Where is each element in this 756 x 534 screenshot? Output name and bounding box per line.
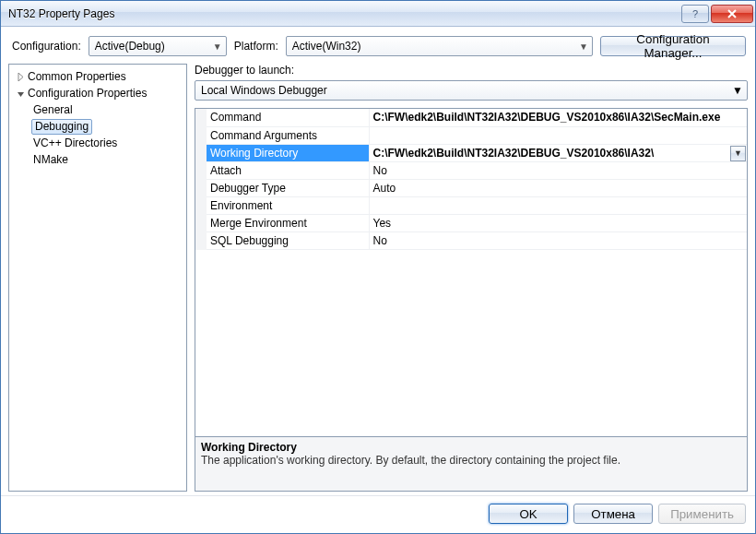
configuration-manager-button[interactable]: Configuration Manager...	[600, 36, 746, 56]
help-button[interactable]: ?	[681, 5, 709, 23]
cancel-button[interactable]: Отмена	[573, 504, 653, 524]
titlebar[interactable]: NT32 Property Pages ?	[1, 1, 755, 27]
right-pane: Debugger to launch: Local Windows Debugg…	[187, 64, 748, 492]
grid-row-debugger-type[interactable]: Debugger Type Auto	[201, 179, 747, 196]
tree-children: General Debugging VC++ Directories NMake	[11, 101, 184, 168]
value-dropdown-button[interactable]: ▼	[730, 146, 746, 161]
configuration-label: Configuration:	[12, 40, 81, 53]
tree-item-debugging[interactable]: Debugging	[31, 118, 184, 135]
help-icon: ?	[692, 8, 698, 19]
tree-item-general[interactable]: General	[31, 101, 184, 118]
close-button[interactable]	[711, 5, 753, 23]
chevron-down-icon: ▼	[734, 148, 742, 158]
property-grid-wrapper: Command C:\FW\edk2\Build\NT32IA32\DEBUG_…	[195, 108, 748, 437]
expand-collapsed-icon[interactable]	[15, 73, 26, 81]
description-pane: Working Directory The application's work…	[195, 436, 748, 492]
close-icon	[727, 9, 737, 18]
description-text: The application's working directory. By …	[201, 454, 741, 467]
launcher-row: Debugger to launch: Local Windows Debugg…	[195, 64, 748, 108]
expand-expanded-icon[interactable]	[15, 89, 26, 98]
ok-button[interactable]: OK	[489, 504, 568, 524]
platform-label: Platform:	[234, 40, 278, 53]
property-pages-window: NT32 Property Pages ? Configuration: Act…	[0, 0, 756, 534]
property-grid[interactable]: Command C:\FW\edk2\Build\NT32IA32\DEBUG_…	[195, 109, 747, 250]
grid-row-environment[interactable]: Environment	[201, 196, 747, 214]
tree-item-common-properties[interactable]: Common Properties	[11, 68, 184, 85]
description-title: Working Directory	[201, 441, 741, 454]
chevron-down-icon: ▼	[579, 42, 588, 52]
chevron-down-icon: ▼	[213, 42, 222, 52]
apply-button[interactable]: Применить	[658, 504, 746, 524]
body: Common Properties Configuration Properti…	[1, 64, 755, 495]
tree-item-vcpp-directories[interactable]: VC++ Directories	[31, 135, 184, 151]
window-title: NT32 Property Pages	[8, 7, 679, 20]
nav-tree[interactable]: Common Properties Configuration Properti…	[8, 64, 187, 492]
launcher-value: Local Windows Debugger	[201, 84, 327, 97]
grid-row-sql-debugging[interactable]: SQL Debugging No	[201, 231, 747, 249]
grid-row-merge-environment[interactable]: Merge Environment Yes	[201, 214, 747, 231]
configuration-dropdown[interactable]: Active(Debug) ▼	[89, 36, 227, 56]
grid-row-attach[interactable]: Attach No	[201, 161, 747, 179]
config-row: Configuration: Active(Debug) ▼ Platform:…	[1, 27, 755, 64]
launcher-label: Debugger to launch:	[195, 64, 748, 77]
grid-row-command-arguments[interactable]: Command Arguments	[201, 126, 747, 144]
tree-item-selected: Debugging	[31, 119, 92, 135]
grid-row-command[interactable]: Command C:\FW\edk2\Build\NT32IA32\DEBUG_…	[201, 109, 747, 126]
configuration-value: Active(Debug)	[95, 40, 165, 53]
chevron-down-icon: ▼	[732, 84, 743, 97]
platform-value: Active(Win32)	[292, 40, 361, 53]
platform-dropdown[interactable]: Active(Win32) ▼	[286, 36, 593, 56]
grid-row-working-directory[interactable]: Working Directory C:\FW\edk2\Build\NT32I…	[201, 144, 747, 161]
launcher-dropdown[interactable]: Local Windows Debugger ▼	[195, 80, 748, 101]
grid-empty-area	[195, 250, 747, 437]
titlebar-buttons: ?	[679, 5, 753, 23]
tree-item-nmake[interactable]: NMake	[31, 151, 184, 168]
dialog-footer: OK Отмена Применить	[1, 495, 755, 533]
tree-item-configuration-properties[interactable]: Configuration Properties	[11, 85, 184, 101]
